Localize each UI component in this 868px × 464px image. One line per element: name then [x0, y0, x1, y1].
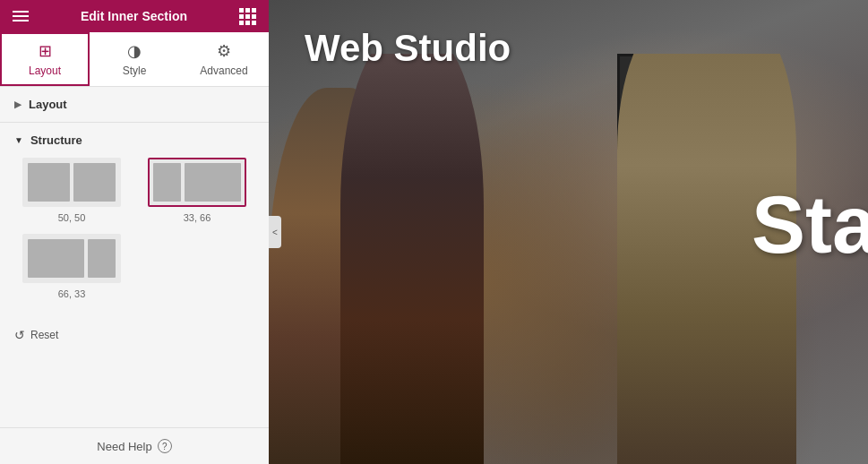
layout-preview-33-66[interactable] — [148, 158, 246, 207]
layout-section-label: Layout — [29, 98, 67, 111]
panel-tabs: ⊞ Layout ◑ Style ⚙ Advanced — [0, 32, 269, 87]
layout-col — [88, 239, 116, 278]
tab-layout[interactable]: ⊞ Layout — [0, 32, 90, 86]
tab-style-label: Style — [123, 64, 147, 77]
reset-label: Reset — [30, 329, 58, 341]
panel-footer[interactable]: Need Help ? — [0, 427, 269, 464]
reset-icon: ↺ — [14, 328, 25, 342]
tab-layout-label: Layout — [29, 64, 61, 77]
structure-section-arrow: ▼ — [14, 135, 23, 145]
help-icon: ? — [158, 439, 172, 453]
hamburger-icon[interactable] — [13, 11, 29, 21]
layout-section-header[interactable]: ▶ Layout — [0, 87, 269, 123]
reset-button[interactable]: ↺ Reset — [0, 314, 269, 357]
structure-options: 50, 50 33, 66 — [0, 150, 269, 314]
collapse-icon: < — [272, 228, 278, 237]
tab-advanced[interactable]: ⚙ Advanced — [179, 32, 269, 86]
layout-tab-icon: ⊞ — [39, 41, 52, 61]
layout-option-33-66[interactable]: 33, 66 — [140, 158, 254, 223]
layout-label-33-66: 33, 66 — [184, 212, 211, 223]
tab-style[interactable]: ◑ Style — [90, 32, 179, 86]
style-tab-icon: ◑ — [127, 41, 142, 61]
layout-preview-66-33[interactable] — [22, 234, 121, 283]
help-label: Need Help — [97, 440, 151, 453]
layout-label-66-33: 66, 33 — [58, 288, 86, 299]
person-silhouette-2 — [340, 54, 484, 464]
layout-section-arrow: ▶ — [14, 99, 21, 109]
layout-col — [28, 163, 70, 202]
left-panel: Edit Inner Section ⊞ Layout ◑ Style ⚙ Ad… — [0, 0, 269, 464]
structure-section-label: Structure — [30, 133, 82, 147]
panel-body: ▶ Layout ▼ Structure 50, 50 — [0, 87, 269, 427]
layout-label-50-50: 50, 50 — [58, 212, 86, 223]
collapse-button[interactable]: < — [269, 216, 281, 248]
panel-title: Edit Inner Section — [81, 9, 187, 23]
partial-text: Sta — [752, 179, 868, 271]
layout-col — [28, 239, 84, 278]
layout-option-50-50[interactable]: 50, 50 — [14, 158, 129, 223]
main-content-area: Web Studio Sta — [269, 0, 868, 464]
layout-preview-50-50[interactable] — [22, 158, 121, 207]
advanced-tab-icon: ⚙ — [217, 41, 231, 61]
layout-col — [185, 163, 241, 202]
panel-header: Edit Inner Section — [0, 0, 269, 32]
grid-icon[interactable] — [239, 8, 256, 25]
layout-col — [73, 163, 116, 202]
main-title: Web Studio — [305, 27, 511, 70]
structure-grid: 50, 50 33, 66 — [14, 158, 254, 299]
layout-col — [153, 163, 181, 202]
tab-advanced-label: Advanced — [200, 64, 247, 77]
structure-section-header[interactable]: ▼ Structure — [0, 123, 269, 150]
layout-option-66-33[interactable]: 66, 33 — [14, 234, 129, 299]
